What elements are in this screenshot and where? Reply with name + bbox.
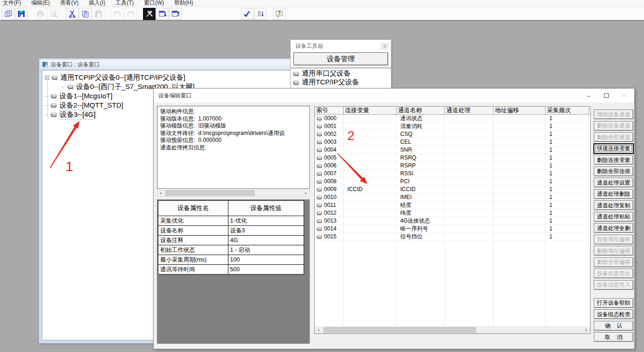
- scrollbar-thumb[interactable]: [165, 190, 255, 196]
- channel-column-header[interactable]: 索引: [315, 107, 344, 115]
- device-window-titlebar[interactable]: 设备窗口 : 设备窗口: [40, 60, 305, 69]
- property-row[interactable]: 最小采集周期(ms)100: [158, 255, 304, 265]
- scroll-left-icon[interactable]: ‹: [315, 327, 322, 333]
- channel-cell: [494, 233, 546, 241]
- side-button-3[interactable]: 快速连接变量: [594, 144, 633, 154]
- channel-column-header[interactable]: 地址偏移: [494, 107, 546, 115]
- scroll-right-icon[interactable]: ›: [583, 327, 590, 333]
- side-button-15: 设备信息导入: [594, 280, 633, 290]
- chip-icon: [316, 226, 323, 231]
- device-manage-button[interactable]: 设备管理: [293, 52, 388, 65]
- channel-row[interactable]: 0008PCI1: [315, 178, 590, 186]
- preview-icon: [49, 10, 58, 18]
- side-button-7[interactable]: 通道处理删除: [594, 189, 633, 199]
- side-button-16[interactable]: 打开设备帮助: [594, 298, 633, 308]
- menu-item-1[interactable]: 编辑(E): [31, 0, 50, 6]
- close-icon[interactable]: ×: [622, 92, 626, 99]
- chip-icon: [293, 80, 300, 85]
- collapse-icon[interactable]: [45, 76, 49, 80]
- channel-cell: 1: [546, 170, 589, 178]
- channel-row[interactable]: 0009ICCIDICCID1: [315, 186, 590, 193]
- channel-cell: [344, 217, 397, 225]
- tools-button[interactable]: [143, 8, 156, 20]
- maximize-icon[interactable]: [604, 93, 609, 98]
- channel-cell: [344, 162, 397, 170]
- channel-row[interactable]: 0010IMEI1: [315, 193, 590, 201]
- channel-row[interactable]: 0003CEL1: [315, 138, 590, 146]
- channel-cell: IMEI: [397, 193, 445, 201]
- new-window-button[interactable]: [2, 8, 14, 20]
- device-toolbox-titlebar[interactable]: 设备工具箱 x: [291, 40, 391, 52]
- channel-row[interactable]: 0005RSRQ1: [315, 154, 590, 162]
- sort-button[interactable]: [254, 8, 267, 20]
- chip-icon: [293, 71, 300, 77]
- device-editor-titlebar[interactable]: 设备编辑窗口 – ×: [154, 89, 634, 102]
- scrollbar-thumb[interactable]: [323, 327, 476, 333]
- channel-row[interactable]: 0015信号挡位1: [315, 233, 590, 241]
- chip-icon: [316, 116, 323, 121]
- toolbox-item-0[interactable]: 通用串口父设备: [292, 69, 390, 78]
- channel-cell: [445, 209, 494, 217]
- property-row[interactable]: 设备名称设备3: [158, 226, 304, 236]
- save-button[interactable]: [15, 8, 27, 20]
- channel-row[interactable]: 0001流量消耗1: [315, 122, 590, 130]
- tree-item-label: 通用TCPIP父设备0--[通用TCP/IP父设备]: [60, 73, 185, 82]
- channel-column-header[interactable]: 通道名称: [397, 107, 445, 115]
- toolbox-item-1[interactable]: 通用TCP/IP父设备: [292, 78, 390, 87]
- menu-item-5[interactable]: 窗口(W): [144, 0, 164, 6]
- channel-row[interactable]: 0000通讯状态1: [315, 115, 590, 122]
- channel-row[interactable]: 0006RSRP1: [315, 162, 590, 170]
- tree-item-0[interactable]: 通用TCPIP父设备0--[通用TCP/IP父设备]: [45, 73, 302, 82]
- channel-column-header[interactable]: 通道处理: [445, 107, 494, 115]
- menu-item-4[interactable]: 工具(T): [116, 0, 134, 6]
- side-button-8[interactable]: 通道处理复制: [594, 200, 633, 210]
- channel-cell: 经度: [397, 201, 445, 209]
- channel-cell: [445, 233, 494, 241]
- channel-row[interactable]: 0014唯一序列号1: [315, 225, 590, 233]
- channel-cell: 纬度: [397, 209, 445, 217]
- property-row[interactable]: 采集优化1-优化: [158, 216, 304, 226]
- side-button-9[interactable]: 通道处理粘贴: [594, 212, 633, 222]
- channel-cell: [494, 178, 546, 186]
- side-button-19[interactable]: 取 消: [594, 332, 633, 342]
- side-button-5[interactable]: 删除全部连接: [594, 166, 633, 176]
- scroll-right-icon[interactable]: ›: [302, 190, 309, 196]
- side-button-17[interactable]: 设备组态检查: [594, 309, 633, 319]
- menu-item-3[interactable]: 插入(I): [89, 0, 105, 6]
- side-button-18[interactable]: 确 认: [594, 321, 633, 331]
- channel-row[interactable]: 0011经度1: [315, 201, 590, 209]
- side-button-4[interactable]: 删除连接变量: [594, 155, 633, 165]
- copy-button[interactable]: [79, 8, 91, 20]
- channel-row[interactable]: 0007RSSI1: [315, 170, 590, 178]
- channel-column-header[interactable]: 连接变量: [344, 107, 397, 115]
- property-row[interactable]: 通讯等待时间500: [158, 265, 304, 275]
- winexp-icon: [158, 10, 167, 18]
- scrollbar-track[interactable]: [322, 327, 583, 333]
- device-property-table: 设备属性名设备属性值采集优化1-优化设备名称设备3设备注释4G初始工作状态1 -…: [158, 200, 304, 275]
- property-row[interactable]: 设备注释4G: [158, 236, 304, 245]
- window-export-button[interactable]: [156, 8, 169, 20]
- channel-cell: [445, 130, 494, 138]
- menu-item-6[interactable]: 帮助(H): [174, 0, 193, 6]
- close-icon[interactable]: x: [381, 43, 389, 50]
- window-import-button[interactable]: [169, 8, 182, 20]
- menu-item-2[interactable]: 查看(V): [60, 0, 78, 6]
- menu-item-0[interactable]: 文件(F): [3, 0, 21, 6]
- minimize-icon[interactable]: –: [587, 92, 591, 99]
- check-button[interactable]: [241, 8, 254, 20]
- scrollbar-track[interactable]: [164, 190, 302, 196]
- side-button-10[interactable]: 通道处理全删: [594, 223, 633, 233]
- side-button-6[interactable]: 通道处理设置: [594, 178, 633, 187]
- scroll-left-icon[interactable]: ‹: [157, 190, 164, 196]
- property-cell: 4G: [228, 236, 304, 245]
- channel-row[interactable]: 0012纬度1: [315, 209, 590, 217]
- channel-row[interactable]: 00134G连接状态1: [315, 217, 590, 225]
- channel-column-header[interactable]: 采集频次: [546, 107, 589, 115]
- channel-cell: 0000: [315, 115, 344, 122]
- channel-row[interactable]: 0002CSQ1: [315, 130, 590, 138]
- help-button[interactable]: ?: [273, 8, 286, 20]
- property-row[interactable]: 初始工作状态1 - 启动: [158, 245, 304, 255]
- channel-row[interactable]: 0004SNR1: [315, 146, 590, 154]
- cut-button[interactable]: [66, 8, 78, 20]
- channel-cell: 0007: [315, 170, 344, 178]
